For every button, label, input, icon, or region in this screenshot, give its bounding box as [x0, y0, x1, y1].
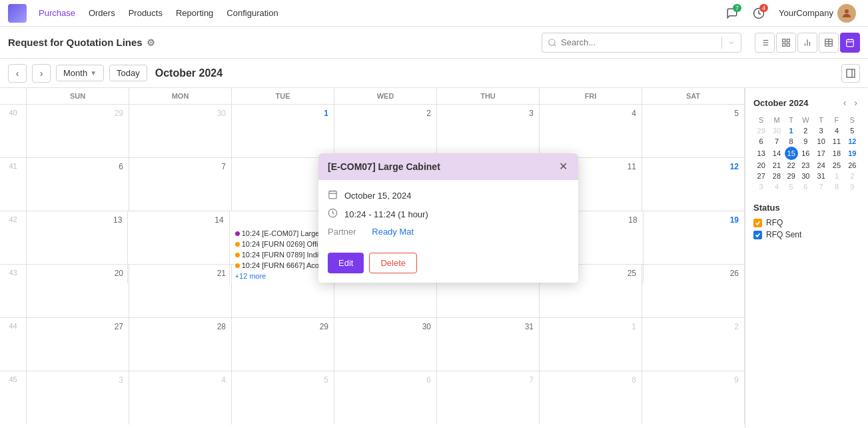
day-cell-oct2[interactable]: 2	[334, 105, 437, 157]
popup-delete-btn[interactable]: Delete	[369, 253, 417, 273]
mini-day-4nov[interactable]: 4	[769, 181, 784, 192]
day-cell-nov2[interactable]: 2	[642, 318, 745, 371]
day-cell-oct30[interactable]: 30	[334, 318, 437, 371]
view-table-btn[interactable]	[819, 33, 839, 53]
mini-day-23[interactable]: 23	[798, 160, 813, 171]
day-cell-oct20[interactable]: 20	[27, 265, 129, 317]
mini-day-17[interactable]: 17	[813, 147, 829, 160]
mini-day-6[interactable]: 6	[753, 136, 769, 147]
mini-day-30prev[interactable]: 30	[769, 125, 784, 136]
day-cell-nov6[interactable]: 6	[334, 371, 437, 425]
search-dropdown-icon[interactable]	[727, 39, 735, 47]
mini-day-3nov[interactable]: 3	[753, 181, 769, 192]
toolbar: Request for Quotation Lines ⚙	[0, 27, 868, 59]
mini-day-22[interactable]: 22	[785, 160, 798, 171]
day-cell-oct21[interactable]: 21	[129, 265, 232, 317]
mini-day-28[interactable]: 28	[769, 171, 784, 181]
day-cell-oct5[interactable]: 5	[642, 105, 745, 157]
nav-configuration[interactable]: Configuration	[220, 0, 284, 27]
nav-orders[interactable]: Orders	[82, 0, 122, 27]
status-item-rfq-sent[interactable]: RFQ Sent	[753, 230, 860, 239]
day-cell-nov4[interactable]: 4	[129, 371, 232, 425]
mini-day-1[interactable]: 1	[785, 125, 798, 136]
day-cell-nov1[interactable]: 1	[540, 318, 642, 371]
view-chart-btn[interactable]	[797, 33, 817, 53]
mini-day-2[interactable]: 2	[798, 125, 813, 136]
popup-close-btn[interactable]: ✕	[558, 161, 569, 172]
user-menu[interactable]: YourCompany	[775, 4, 860, 23]
activity-button[interactable]: 4	[748, 3, 769, 24]
next-btn[interactable]: ›	[32, 64, 51, 83]
svg-rect-12	[783, 43, 785, 46]
nav-products[interactable]: Products	[122, 0, 169, 27]
nav-reporting[interactable]: Reporting	[169, 0, 220, 27]
mini-day-7nov[interactable]: 7	[813, 181, 829, 192]
view-kanban-btn[interactable]	[776, 33, 796, 53]
mini-day-14[interactable]: 14	[769, 147, 784, 160]
mini-day-25[interactable]: 25	[829, 160, 844, 171]
panel-toggle-btn[interactable]	[841, 64, 860, 83]
day-cell-oct6[interactable]: 6	[27, 158, 129, 211]
mini-day-8nov[interactable]: 8	[829, 181, 844, 192]
mini-day-9nov[interactable]: 9	[845, 181, 860, 192]
day-cell-oct26[interactable]: 26	[642, 265, 745, 317]
day-cell-oct29[interactable]: 29	[232, 318, 334, 371]
mini-day-1nov[interactable]: 1	[829, 171, 844, 181]
mini-day-3[interactable]: 3	[813, 125, 829, 136]
mini-day-2nov[interactable]: 2	[845, 171, 860, 181]
day-cell-oct30prev[interactable]: 30	[129, 105, 232, 157]
mini-day-5[interactable]: 5	[845, 125, 860, 136]
mini-day-13[interactable]: 13	[753, 147, 769, 160]
mini-day-10[interactable]: 10	[813, 136, 829, 147]
mini-day-21[interactable]: 21	[769, 160, 784, 171]
day-cell-oct7[interactable]: 7	[129, 158, 232, 211]
day-cell-oct3[interactable]: 3	[437, 105, 540, 157]
day-cell-oct12[interactable]: 12	[642, 158, 745, 211]
day-cell-nov7[interactable]: 7	[437, 371, 540, 425]
mini-day-8[interactable]: 8	[785, 136, 798, 147]
popup-edit-btn[interactable]: Edit	[328, 253, 364, 273]
mini-next-btn[interactable]: ›	[851, 96, 860, 109]
view-calendar-btn[interactable]	[840, 33, 860, 53]
mini-day-15-today[interactable]: 15	[785, 147, 798, 160]
messaging-button[interactable]: 7	[721, 3, 743, 24]
mini-day-6nov[interactable]: 6	[798, 181, 813, 192]
day-cell-oct1[interactable]: 1	[232, 105, 334, 157]
settings-icon[interactable]: ⚙	[147, 37, 155, 48]
mini-day-16[interactable]: 16	[798, 147, 813, 160]
today-btn[interactable]: Today	[109, 65, 147, 81]
mini-day-9[interactable]: 9	[798, 136, 813, 147]
mini-day-4[interactable]: 4	[829, 125, 844, 136]
day-cell-nov9[interactable]: 9	[642, 371, 745, 425]
mini-day-29[interactable]: 29	[785, 171, 798, 181]
mini-day-31[interactable]: 31	[813, 171, 829, 181]
mini-day-5nov[interactable]: 5	[785, 181, 798, 192]
day-cell-oct28[interactable]: 28	[129, 318, 232, 371]
popup-actions: Edit Delete	[318, 253, 578, 283]
mini-day-24[interactable]: 24	[813, 160, 829, 171]
mini-prev-btn[interactable]: ‹	[841, 96, 849, 109]
day-cell-oct27[interactable]: 27	[27, 318, 129, 371]
mini-day-30[interactable]: 30	[798, 171, 813, 181]
mini-day-18[interactable]: 18	[829, 147, 844, 160]
day-cell-nov8[interactable]: 8	[540, 371, 642, 425]
day-cell-oct31[interactable]: 31	[437, 318, 540, 371]
mini-day-12[interactable]: 12	[845, 136, 860, 147]
mini-day-11[interactable]: 11	[829, 136, 844, 147]
prev-btn[interactable]: ‹	[8, 64, 27, 83]
mini-day-26[interactable]: 26	[845, 160, 860, 171]
day-cell-nov3[interactable]: 3	[27, 371, 129, 425]
status-item-rfq[interactable]: RFQ	[753, 218, 860, 227]
nav-purchase[interactable]: Purchase	[32, 0, 82, 27]
mini-day-20[interactable]: 20	[753, 160, 769, 171]
mini-day-29prev[interactable]: 29	[753, 125, 769, 136]
month-selector[interactable]: Month ▼	[56, 65, 104, 81]
day-cell-nov5[interactable]: 5	[232, 371, 334, 425]
mini-day-19[interactable]: 19	[845, 147, 860, 160]
mini-day-7[interactable]: 7	[769, 136, 784, 147]
day-cell-oct4[interactable]: 4	[540, 105, 642, 157]
mini-day-27[interactable]: 27	[753, 171, 769, 181]
day-cell-oct29prev[interactable]: 29	[27, 105, 129, 157]
search-input[interactable]	[561, 37, 716, 47]
view-list-btn[interactable]	[755, 33, 775, 53]
